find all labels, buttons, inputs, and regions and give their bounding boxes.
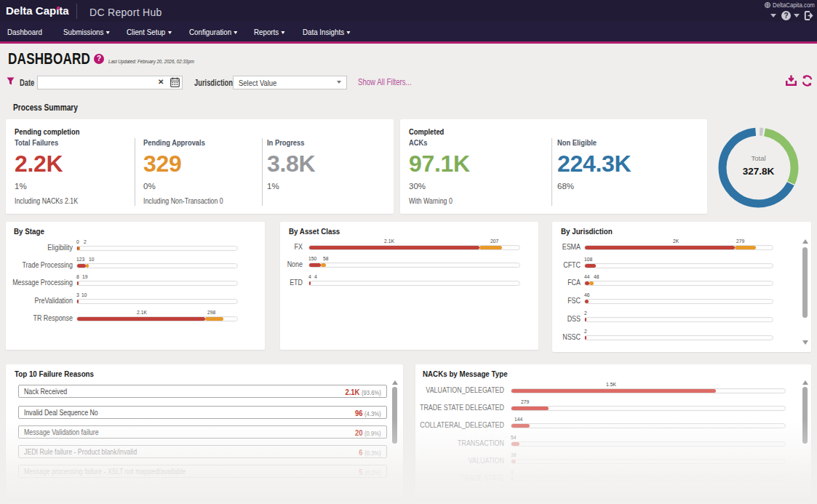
- svg-text:Total: Total: [751, 154, 765, 162]
- svg-text:327.8K: 327.8K: [743, 166, 775, 177]
